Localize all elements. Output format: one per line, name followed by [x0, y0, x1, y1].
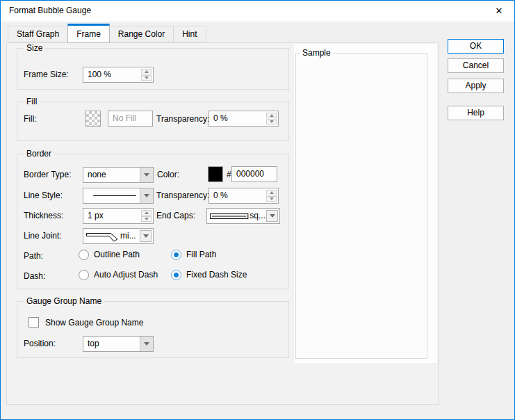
format-bubble-gauge-dialog: Format Bubble Gauge ✕ Staff Graph Frame …	[0, 0, 515, 420]
position-dropdown[interactable]: top	[83, 336, 154, 352]
fill-transparency-spinner[interactable]: 0 %	[209, 111, 279, 127]
frame-size-value: 100 %	[88, 70, 111, 79]
border-transparency-spin-buttons	[266, 190, 277, 202]
border-type-dropdown[interactable]: none	[83, 167, 154, 183]
show-gauge-group-name-checkbox[interactable]	[28, 317, 39, 328]
titlebar: Format Bubble Gauge ✕	[1, 1, 514, 22]
sample-title: Sample	[300, 48, 334, 58]
close-icon[interactable]: ✕	[492, 4, 506, 18]
fill-label: Fill:	[24, 114, 37, 124]
border-color-hex-field[interactable]: 000000	[231, 166, 277, 182]
apply-button[interactable]: Apply	[448, 79, 504, 93]
fill-group: Fill Fill: No Fill Transparency: 0 %	[17, 102, 289, 141]
frame-size-spin-buttons	[141, 69, 152, 81]
radio-icon[interactable]	[171, 250, 181, 260]
border-transparency-value: 0 %	[213, 191, 228, 200]
fill-path-radio-label: Fill Path	[186, 250, 216, 259]
frame-size-label: Frame Size:	[24, 70, 69, 80]
sample-preview-area	[295, 53, 427, 359]
outline-path-radio-label: Outline Path	[94, 250, 140, 259]
frame-size-spinner[interactable]: 100 %	[83, 67, 154, 83]
chevron-down-icon[interactable]	[266, 210, 278, 222]
tab-staff-graph[interactable]: Staff Graph	[8, 26, 68, 42]
fill-path-radio[interactable]: Fill Path	[171, 249, 216, 260]
chevron-down-icon[interactable]	[140, 168, 153, 182]
solid-line-icon	[93, 195, 136, 196]
thickness-label: Thickness:	[24, 211, 63, 221]
fill-transparency-label: Transparency:	[156, 114, 209, 124]
size-group: Size Frame Size: 100 %	[17, 48, 289, 90]
spin-up-icon[interactable]	[266, 190, 277, 195]
radio-icon[interactable]	[79, 250, 89, 260]
fill-value-field[interactable]: No Fill	[108, 111, 153, 127]
chevron-down-icon[interactable]	[140, 188, 153, 203]
line-joint-label: Line Joint:	[24, 231, 62, 241]
thickness-value: 1 px	[88, 211, 104, 220]
line-joint-value: mi...	[120, 229, 136, 243]
chevron-down-icon[interactable]	[140, 337, 153, 351]
position-value: top	[88, 339, 99, 348]
fixed-dash-size-radio[interactable]: Fixed Dash Size	[171, 269, 247, 280]
line-style-label: Line Style:	[24, 191, 63, 201]
spin-up-icon[interactable]	[266, 113, 277, 118]
border-group: Border Border Type: none Color: # 000000…	[17, 154, 289, 289]
fill-value: No Fill	[113, 113, 136, 123]
spin-down-icon[interactable]	[266, 119, 277, 124]
sample-panel: Sample	[294, 44, 437, 363]
border-transparency-label: Transparency:	[156, 191, 209, 201]
border-color-hex-value: 000000	[236, 169, 264, 179]
chevron-down-icon[interactable]	[140, 230, 152, 242]
ok-button[interactable]: OK	[448, 39, 504, 54]
color-hash-label: #	[227, 170, 231, 180]
thickness-spin-buttons	[141, 210, 152, 222]
tab-frame[interactable]: Frame	[67, 24, 110, 43]
spin-down-icon[interactable]	[141, 216, 152, 222]
size-group-title: Size	[24, 43, 45, 54]
tab-hint[interactable]: Hint	[173, 26, 206, 42]
tab-bar: Staff Graph Frame Range Color Hint	[8, 24, 206, 42]
line-style-dropdown[interactable]	[83, 188, 154, 204]
dialog-title: Format Bubble Gauge	[9, 6, 91, 15]
border-transparency-spinner[interactable]: 0 %	[209, 188, 279, 204]
show-gauge-group-name-label: Show Gauge Group Name	[45, 318, 143, 328]
square-end-cap-icon	[209, 212, 249, 220]
fill-color-swatch[interactable]	[85, 111, 101, 127]
end-caps-value: sq...	[250, 209, 265, 223]
border-color-label: Color:	[157, 170, 179, 180]
spin-down-icon[interactable]	[266, 196, 277, 202]
end-caps-dropdown[interactable]: sq...	[206, 208, 280, 224]
gauge-group-title: Gauge Group Name	[24, 296, 104, 307]
spin-up-icon[interactable]	[141, 69, 152, 74]
auto-adjust-dash-radio[interactable]: Auto Adjust Dash	[79, 269, 158, 280]
fill-transparency-spin-buttons	[266, 113, 277, 124]
gauge-group-name-group: Gauge Group Name Show Gauge Group Name P…	[17, 301, 289, 358]
border-type-value: none	[88, 170, 106, 179]
help-button[interactable]: Help	[448, 106, 504, 120]
radio-icon[interactable]	[171, 270, 181, 280]
fixed-dash-size-radio-label: Fixed Dash Size	[186, 270, 247, 280]
border-group-title: Border	[24, 149, 54, 159]
end-caps-label: End Caps:	[156, 211, 195, 221]
radio-icon[interactable]	[79, 270, 89, 280]
auto-adjust-dash-radio-label: Auto Adjust Dash	[94, 270, 158, 280]
position-label: Position:	[24, 339, 56, 349]
dash-label: Dash:	[24, 271, 45, 282]
spin-up-icon[interactable]	[141, 210, 152, 216]
thickness-spinner[interactable]: 1 px	[83, 208, 154, 224]
border-type-label: Border Type:	[24, 170, 71, 180]
cancel-button[interactable]: Cancel	[448, 58, 504, 73]
miter-joint-icon	[85, 231, 120, 242]
border-color-swatch[interactable]	[208, 166, 223, 182]
path-label: Path:	[24, 251, 43, 261]
outline-path-radio[interactable]: Outline Path	[79, 249, 140, 260]
fill-group-title: Fill	[24, 97, 40, 107]
line-joint-dropdown[interactable]: mi...	[83, 228, 154, 244]
fill-transparency-value: 0 %	[213, 113, 228, 123]
spin-down-icon[interactable]	[141, 75, 152, 81]
frame-tab-panel: Size Frame Size: 100 % Fill Fill: No Fil…	[6, 42, 439, 405]
tab-range-color[interactable]: Range Color	[109, 26, 174, 42]
